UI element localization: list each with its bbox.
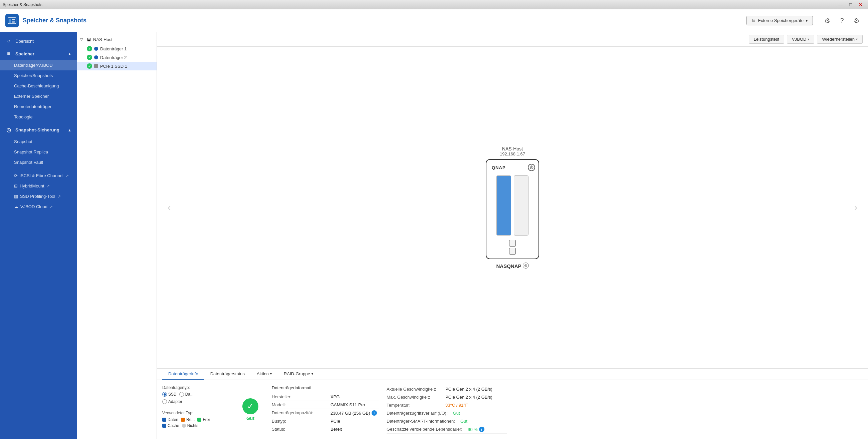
tab-label-raid: RAID-Gruppe xyxy=(284,371,310,376)
smart-value: Gut xyxy=(460,419,467,424)
info-row-status: Status: Bereit xyxy=(272,425,379,433)
hersteller-value: XPG xyxy=(331,394,340,399)
sidebar-item-hybridmount[interactable]: ⊞ HybridMount ↗ xyxy=(0,181,77,191)
zoom-icon[interactable]: ⊕ xyxy=(523,263,529,269)
sidebar-label-snapshot-vault: Snapshot Vault xyxy=(14,160,43,165)
disk-section-title: Datenträgerinformati xyxy=(272,385,379,390)
radio-da: Da... xyxy=(179,392,194,397)
sidebar-item-vjbod-cloud[interactable]: ☁ VJBOD Cloud ↗ xyxy=(0,201,77,212)
sidebar-item-topologie[interactable]: Topologie xyxy=(0,112,77,122)
sidebar-item-snapshot-sicherung[interactable]: ◷ Snapshot-Sicherung ▲ xyxy=(0,124,77,136)
ssd-icon xyxy=(94,64,98,68)
sidebar-label-cache: Cache-Beschleunigung xyxy=(14,83,59,89)
info-row-bustyp: Bustyp: PCIe xyxy=(272,417,379,425)
wiederherstellen-button[interactable]: Wiederherstellen ▾ xyxy=(817,35,863,44)
sidebar-item-externer-speicher[interactable]: Externer Speicher xyxy=(0,91,77,101)
window-controls: — □ ✕ xyxy=(836,1,865,8)
sidebar-label-speicher-snapshots: Speicher/Snapshots xyxy=(14,73,53,78)
radio-adapter-label: Adapter xyxy=(168,399,182,404)
kapazitaet-label: Datenträgerkapazität: xyxy=(272,410,325,416)
tab-datentriaegerinfo[interactable]: Datenträgerinfo xyxy=(162,369,204,380)
sidebar-label-vjbod-cloud: VJBOD Cloud xyxy=(20,204,48,209)
app-title: Speicher & Snapshots xyxy=(23,17,87,24)
tree-root[interactable]: ▽ 🖥 NAS-Host xyxy=(77,35,157,44)
info-row-lifetime: Geschätzte verbleibende Lebensdauer: 90 … xyxy=(386,425,507,434)
nas-buttons xyxy=(509,240,516,255)
sidebar-label-uebersicht: Übersicht xyxy=(16,39,34,44)
sidebar-label-iscsi: iSCSI & Fibre Channel xyxy=(20,173,63,178)
sidebar-item-uebersicht[interactable]: ○ Übersicht xyxy=(0,35,77,47)
content-toolbar: Leistungstest VJBOD ▾ Wiederherstellen ▾ xyxy=(157,32,868,47)
tree-toggle-icon: ▽ xyxy=(80,37,84,42)
tab-raid-gruppe[interactable]: RAID-Gruppe ▾ xyxy=(278,369,319,380)
sidebar-item-iscsi[interactable]: ⟳ iSCSI & Fibre Channel ↗ xyxy=(0,170,77,181)
nas-drives-container xyxy=(496,175,528,237)
leistungstest-button[interactable]: Leistungstest xyxy=(749,35,784,44)
usage-re: Re... xyxy=(181,417,195,422)
tree-label-datentriaeger2: Datenträger 2 xyxy=(100,55,127,60)
info-row-smart: Datenträger-SMART-Informationen: Gut xyxy=(386,417,507,425)
speed-value: PCIe Gen.2 x 4 (2 GB/s) xyxy=(445,386,492,392)
usage-section: Verwendeter Typ: Daten Re... xyxy=(162,411,229,428)
kapazitaet-info-icon[interactable]: i xyxy=(372,410,377,416)
sidebar-item-cache[interactable]: Cache-Beschleunigung xyxy=(0,81,77,91)
max-speed-value: PCIe Gen.2 x 4 (2 GB/s) xyxy=(445,395,492,400)
usage-title: Verwendeter Typ: xyxy=(162,411,229,415)
minimize-button[interactable]: — xyxy=(836,1,845,8)
help-button[interactable]: ? xyxy=(836,15,848,27)
sidebar-item-snapshot-replica[interactable]: Snapshot Replica xyxy=(0,147,77,157)
vjbod-button[interactable]: VJBOD ▾ xyxy=(787,35,814,44)
sidebar-item-snapshot-vault[interactable]: Snapshot Vault xyxy=(0,157,77,167)
lifetime-info-icon[interactable]: i xyxy=(479,427,485,432)
tab-datentriaegerstatus[interactable]: Datenträgerstatus xyxy=(204,369,251,380)
ssd-profiling-icon: ▦ xyxy=(14,194,18,199)
nas-eject-btn xyxy=(509,248,516,255)
usage-cache-icon xyxy=(162,424,166,428)
chevron-up-icon-2: ▲ xyxy=(68,128,71,132)
search-settings-button[interactable]: ⚙ xyxy=(821,15,833,27)
sidebar-item-datentriaeger-vjbod[interactable]: Datenträger/VJBOD xyxy=(0,60,77,70)
tab-label-status: Datenträgerstatus xyxy=(210,371,245,376)
tree-item-datentriaeger2[interactable]: Datenträger 2 xyxy=(77,53,157,62)
main-content: Leistungstest VJBOD ▾ Wiederherstellen ▾… xyxy=(157,32,868,439)
titlebar: Speicher & Snapshots — □ ✕ xyxy=(0,0,868,9)
usage-nichts-label: Nichts xyxy=(187,423,198,428)
tree-item-pcie1-ssd1[interactable]: PCIe 1 SSD 1 xyxy=(77,62,157,70)
chevron-up-icon: ▲ xyxy=(68,52,71,56)
svg-rect-1 xyxy=(9,19,11,23)
main-window: Speicher & Snapshots 🖥 Externe Speicherg… xyxy=(0,9,868,439)
sidebar-item-ssd-profiling[interactable]: ▦ SSD Profiling-Tool ↗ xyxy=(0,191,77,201)
nas-power-icon: ⏻ xyxy=(528,164,535,171)
wiederherstellen-label: Wiederherstellen xyxy=(822,37,855,42)
device-view: ‹ NAS-Host 192.168.1.67 QNAP ⏻ xyxy=(157,47,868,368)
tab-bar: Datenträgerinfo Datenträgerstatus Aktion… xyxy=(157,369,868,380)
status-good-icon: ✓ xyxy=(242,398,258,414)
leistungstest-label: Leistungstest xyxy=(754,37,779,42)
tab-aktion[interactable]: Aktion ▾ xyxy=(251,369,278,380)
next-device-button[interactable]: › xyxy=(849,197,863,218)
io-value: Gut xyxy=(453,411,460,416)
speed-label: Aktuelle Geschwindigkeit: xyxy=(386,386,440,392)
nas-device: QNAP ⏻ xyxy=(486,159,539,259)
sidebar-item-remotedatentriaeger[interactable]: Remotedatenträger xyxy=(0,101,77,112)
sidebar-item-snapshot[interactable]: Snapshot xyxy=(0,136,77,147)
gear-settings-button[interactable]: ⚙ xyxy=(850,15,863,27)
sidebar-item-speicher-snapshots[interactable]: Speicher/Snapshots xyxy=(0,70,77,81)
sidebar-item-speicher[interactable]: ≡ Speicher ▲ xyxy=(0,47,77,60)
nas-drive-1 xyxy=(496,175,511,236)
maximize-button[interactable]: □ xyxy=(846,1,855,8)
prev-device-button[interactable]: ‹ xyxy=(162,197,176,218)
external-devices-label: Externe Speichergeräte xyxy=(758,18,804,23)
info-row-io: Datenträgerzugriffsverlauf (I/O): Gut xyxy=(386,409,507,417)
tree-item-datentriaeger1[interactable]: Datenträger 1 xyxy=(77,44,157,53)
status-value: Bereit xyxy=(331,427,342,432)
external-devices-button[interactable]: 🖥 Externe Speichergeräte ▾ xyxy=(746,16,813,25)
status-ok-icon-2 xyxy=(87,55,92,60)
usage-options-row1: Daten Re... Frei xyxy=(162,417,229,422)
usage-daten-icon xyxy=(162,418,166,421)
device-container: NAS-Host 192.168.1.67 QNAP ⏻ xyxy=(486,146,539,269)
status-good-label: Gut xyxy=(246,416,254,421)
close-button[interactable]: ✕ xyxy=(856,1,865,8)
top-header: Speicher & Snapshots 🖥 Externe Speicherg… xyxy=(0,9,868,32)
body-layout: ○ Übersicht ≡ Speicher ▲ Datenträger/VJB… xyxy=(0,32,868,439)
